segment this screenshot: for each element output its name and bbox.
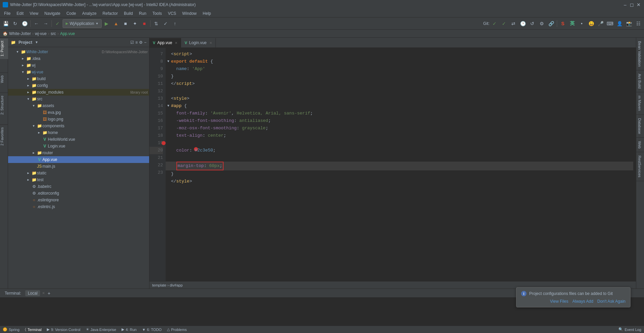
code-content[interactable]: <script> ▼ export default { name: 'App' (166, 48, 636, 281)
tree-src[interactable]: ▼ 📁 src (8, 96, 149, 102)
menu-code[interactable]: Code (64, 10, 79, 16)
tree-config[interactable]: ► 📁 config (8, 82, 149, 89)
lang-icon[interactable]: 英 (568, 19, 577, 28)
tree-home[interactable]: ► 📁 home (8, 129, 149, 136)
tab-appvue[interactable]: V App.vue ✕ (149, 38, 181, 47)
menu-view[interactable]: View (27, 10, 41, 16)
user-icon[interactable]: 👤 (615, 19, 624, 28)
keyboard-icon[interactable]: ⌨ (606, 19, 614, 28)
status-java[interactable]: ☀ Java Enterprise (86, 327, 116, 332)
tree-babelrc[interactable]: ⚙ .babelrc (8, 183, 149, 190)
vcs-update-button[interactable]: ⇅ (152, 19, 161, 28)
lint-button[interactable]: ✓ (53, 19, 62, 28)
forward-button[interactable]: → (41, 19, 50, 28)
project-close-icon[interactable]: − (144, 40, 146, 45)
tree-editorconfig[interactable]: ⚙ .editorconfig (8, 190, 149, 197)
tree-assets[interactable]: ▼ 📁 assets (8, 102, 149, 109)
vcs-push-button[interactable]: ↑ (171, 19, 179, 28)
project-settings-icon[interactable]: ⚙ (139, 40, 143, 45)
tree-appvue[interactable]: V App.vue (8, 156, 149, 163)
undo-history-button[interactable]: 🕐 (20, 19, 29, 28)
git-revert-icon[interactable]: ↺ (528, 19, 537, 28)
menu-vcs[interactable]: VCS (165, 10, 179, 16)
loginvue-tab-close[interactable]: ✕ (209, 41, 212, 45)
bottom-tab-terminal[interactable]: Terminal: (1, 290, 25, 297)
breadcrumb-item-1[interactable]: White-Jotter (9, 31, 31, 36)
status-vcs[interactable]: ▶ 9: Version Control (47, 327, 80, 332)
tree-root[interactable]: ▼ 📁 White-Jotter D:\Workspaces\White-Jot… (8, 48, 149, 55)
git-share-icon[interactable]: 🔗 (547, 19, 555, 28)
sync-button[interactable]: ↻ (11, 19, 20, 28)
notif-always-add[interactable]: Always Add (572, 299, 593, 304)
fold-8[interactable]: ▼ (166, 58, 171, 65)
terminal-local-close[interactable]: ✕ (42, 291, 45, 295)
git-history-icon[interactable]: 🕐 (518, 19, 527, 28)
right-tab-maven[interactable]: m Maven (636, 92, 644, 114)
tree-wj[interactable]: ► 📁 wj (8, 62, 149, 69)
tree-eslintrc[interactable]: ○ .eslintrc.js (8, 203, 149, 210)
terminal-add-button[interactable]: + (47, 291, 50, 296)
tree-helloworld[interactable]: V HelloWorld.vue (8, 136, 149, 143)
right-tab-bean[interactable]: Bean Validation (636, 38, 644, 70)
project-tab[interactable]: 1: Project (0, 38, 8, 59)
tree-idea[interactable]: ► 📁 .idea (8, 55, 149, 62)
tree-logo[interactable]: 🖼 logo.png (8, 116, 149, 123)
breadcrumb-item-2[interactable]: wj-vue (35, 31, 47, 36)
status-terminal[interactable]: 〈 Terminal (25, 327, 42, 332)
close-button[interactable]: ✕ (636, 2, 641, 7)
save-button[interactable]: 💾 (1, 19, 10, 28)
menu-window[interactable]: Window (179, 10, 199, 16)
git-branch-icon[interactable]: ⇄ (509, 19, 518, 28)
structure-tab[interactable]: 2: Structure (0, 93, 8, 118)
tab-loginvue[interactable]: V Login.vue ✕ (181, 38, 215, 47)
tree-build[interactable]: ► 📁 build (8, 75, 149, 82)
menu-edit[interactable]: Edit (14, 10, 26, 16)
right-tab-web[interactable]: Web (636, 138, 644, 152)
tree-login[interactable]: V Login.vue (8, 143, 149, 149)
breadcrumb-item-3[interactable]: src (50, 31, 56, 36)
tree-test[interactable]: ► 📁 test (8, 176, 149, 183)
s-icon[interactable]: S (558, 19, 567, 28)
git-status-icon[interactable]: ✓ (500, 19, 508, 28)
status-todo[interactable]: ▼ 6: TODO (142, 328, 162, 332)
mic-icon[interactable]: 🎤 (596, 19, 605, 28)
notif-dont-ask[interactable]: Don't Ask Again (597, 299, 625, 304)
stop-button[interactable]: ■ (140, 19, 149, 28)
minimize-button[interactable]: – (622, 2, 628, 7)
tree-node-modules[interactable]: ► 📁 node_modules library root (8, 89, 149, 96)
menu-navigate[interactable]: Navigate (42, 10, 63, 16)
right-tab-rest[interactable]: RestServices (636, 152, 644, 181)
tree-router[interactable]: ► 📁 router (8, 149, 149, 156)
fold-14[interactable]: ▼ (166, 102, 171, 110)
project-collapse-icon[interactable]: ≡ (135, 40, 138, 45)
tree-wjvue[interactable]: ▼ 📁 wj-vue (8, 69, 149, 75)
menu-analyze[interactable]: Analyze (79, 10, 99, 16)
tree-eslintignore[interactable]: ○ .eslintignore (8, 197, 149, 203)
git-check-icon[interactable]: ✓ (490, 19, 499, 28)
menu-refactor[interactable]: Refactor (100, 10, 121, 16)
tree-mainjs[interactable]: JS main.js (8, 163, 149, 170)
project-scope-icon[interactable]: ☑ (130, 40, 134, 45)
bullet-icon[interactable]: • (577, 19, 586, 28)
tree-static[interactable]: ► 📁 static (8, 170, 149, 176)
run-config-dropdown[interactable]: ▶ WjApplication ▼ (63, 19, 102, 28)
status-spring[interactable]: 🌼 Spring (3, 327, 20, 332)
right-tab-ant[interactable]: Ant Build (636, 70, 644, 92)
tree-components[interactable]: ▼ 📁 components (8, 123, 149, 129)
vcs-commit-button[interactable]: ✓ (161, 19, 170, 28)
breadcrumb-item-4[interactable]: App.vue (60, 31, 75, 36)
git-settings-icon[interactable]: ⚙ (537, 19, 546, 28)
status-problems[interactable]: △ Problems (167, 327, 187, 332)
tshirt-icon[interactable]: 📸 (624, 19, 633, 28)
run-button[interactable]: ▶ (102, 19, 111, 28)
menu-file[interactable]: File (1, 10, 13, 16)
status-eventlog[interactable]: 🔍 Event Log (618, 327, 641, 332)
restore-button[interactable]: ◻ (629, 2, 635, 7)
menu-help[interactable]: Help (200, 10, 214, 16)
right-tab-database[interactable]: Database (636, 115, 644, 138)
profile-button[interactable]: ✦ (131, 19, 139, 28)
appvue-tab-close[interactable]: ✕ (175, 41, 177, 45)
back-button[interactable]: ← (32, 19, 41, 28)
tree-eva[interactable]: 🖼 eva.jpg (8, 109, 149, 116)
menu-tools[interactable]: Tools (150, 10, 165, 16)
